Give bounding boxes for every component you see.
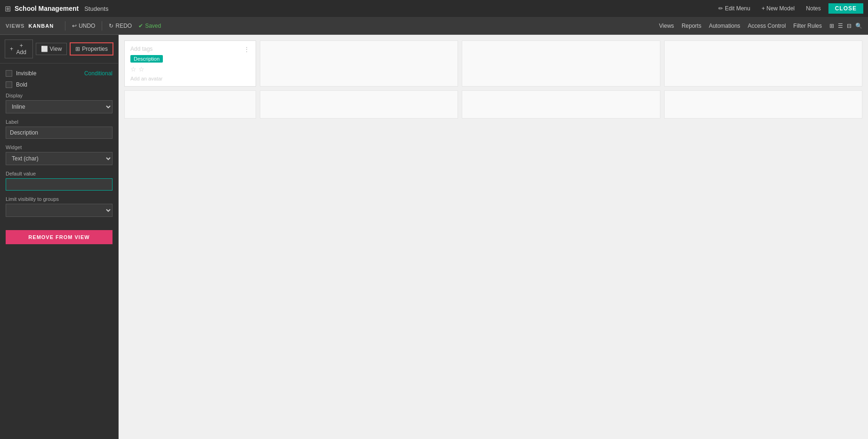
reports-nav-item[interactable]: Reports <box>682 23 701 29</box>
properties-button[interactable]: ⊞ Properties <box>70 42 113 56</box>
widget-section: Widget Text (char) Text Area Integer <box>6 144 113 165</box>
kanban-row-2 <box>124 90 862 119</box>
saved-status: ✔ Saved <box>138 23 161 29</box>
redo-icon: ↻ <box>109 23 113 29</box>
kanban-label: KANBAN <box>28 23 54 29</box>
sidebar-top-buttons: + + Add ⬜ View ⊞ Properties <box>0 35 118 64</box>
widget-select[interactable]: Text (char) Text Area Integer <box>6 152 113 165</box>
search-icon[interactable]: 🔍 <box>855 23 862 29</box>
main-layout: + + Add ⬜ View ⊞ Properties Invisible Co… <box>0 35 868 439</box>
list-view-icon[interactable]: ☰ <box>838 23 843 29</box>
properties-panel: Invisible Conditional Bold Display Inlin… <box>0 64 118 439</box>
add-button[interactable]: + + Add <box>5 40 33 58</box>
toolbar-separator <box>65 21 65 31</box>
kanban-card-empty-3 <box>462 90 660 119</box>
top-navigation: ⊞ School Management Students ✏ Edit Menu… <box>0 0 868 17</box>
redo-button[interactable]: ↻ REDO <box>106 21 135 31</box>
kanban-column-4-top <box>664 40 862 87</box>
invisible-label: Invisible <box>16 70 36 77</box>
close-button[interactable]: CLOSE <box>828 3 863 14</box>
model-name: Students <box>84 5 108 12</box>
views-nav-item[interactable]: Views <box>659 23 674 29</box>
display-label: Display <box>6 93 113 98</box>
star-rating[interactable]: ☆ ☆ <box>130 65 250 73</box>
display-section: Display Inline Block None <box>6 93 113 113</box>
bold-checkbox[interactable] <box>6 81 12 88</box>
undo-button[interactable]: ↩ UNDO <box>69 21 98 31</box>
view-icon: ⬜ <box>41 46 48 52</box>
filter-rules-nav-item[interactable]: Filter Rules <box>793 23 822 29</box>
views-label: VIEWS <box>6 23 24 29</box>
app-title: School Management <box>15 5 79 12</box>
kanban-column-2-top <box>260 40 458 87</box>
grid-view-icon[interactable]: ⊞ <box>829 23 834 29</box>
visibility-select[interactable] <box>6 204 113 217</box>
toolbar: VIEWS KANBAN ↩ UNDO ↻ REDO ✔ Saved Views… <box>0 17 868 35</box>
remove-from-view-button[interactable]: REMOVE FROM VIEW <box>6 230 113 244</box>
kanban-row-1: ⋮ Add tags Description ☆ ☆ Add an avatar <box>124 40 862 87</box>
kanban-view-icon[interactable]: ⊟ <box>847 23 852 29</box>
label-section-title: Label <box>6 119 113 125</box>
kanban-card-empty-4 <box>664 90 862 119</box>
app-grid-icon: ⊞ <box>5 4 11 13</box>
invisible-row: Invisible Conditional <box>6 70 113 77</box>
visibility-section: Limit visibility to groups <box>6 196 113 217</box>
edit-menu-button[interactable]: ✏ Edit Menu <box>718 5 750 12</box>
default-value-section: Default value <box>6 171 113 191</box>
default-value-input[interactable] <box>6 178 113 191</box>
access-control-nav-item[interactable]: Access Control <box>748 23 786 29</box>
plus-icon: + <box>10 46 13 52</box>
toolbar-separator2 <box>102 21 102 31</box>
view-button[interactable]: ⬜ View <box>36 43 67 55</box>
label-input[interactable] <box>6 127 113 139</box>
undo-icon: ↩ <box>72 23 77 29</box>
kanban-card-empty-1 <box>124 90 256 119</box>
conditional-link[interactable]: Conditional <box>84 70 113 77</box>
display-select[interactable]: Inline Block None <box>6 100 113 113</box>
new-model-button[interactable]: + New Model <box>762 5 795 12</box>
notes-button[interactable]: Notes <box>806 5 820 12</box>
bold-label: Bold <box>16 81 27 88</box>
check-icon: ✔ <box>138 23 143 29</box>
widget-label: Widget <box>6 144 113 150</box>
label-section: Label <box>6 119 113 139</box>
pencil-icon: ✏ <box>718 5 723 12</box>
kanban-card-1: ⋮ Add tags Description ☆ ☆ Add an avatar <box>124 40 256 87</box>
bold-row: Bold <box>6 81 113 88</box>
default-value-label: Default value <box>6 171 113 176</box>
add-avatar[interactable]: Add an avatar <box>130 76 250 81</box>
visibility-label: Limit visibility to groups <box>6 196 113 202</box>
description-tag: Description <box>130 55 163 63</box>
right-toolbar: Views Reports Automations Access Control… <box>659 23 862 29</box>
sidebar: + + Add ⬜ View ⊞ Properties Invisible Co… <box>0 35 119 439</box>
invisible-checkbox[interactable] <box>6 70 12 77</box>
kanban-column-3-top <box>462 40 660 87</box>
kanban-canvas: ⋮ Add tags Description ☆ ☆ Add an avatar <box>119 35 868 439</box>
card-menu-dots[interactable]: ⋮ <box>243 46 250 53</box>
add-tags[interactable]: Add tags <box>130 46 250 52</box>
properties-icon: ⊞ <box>75 46 80 52</box>
kanban-card-empty-2 <box>260 90 458 119</box>
view-type-icons: ⊞ ☰ ⊟ 🔍 <box>829 23 862 29</box>
automations-nav-item[interactable]: Automations <box>709 23 740 29</box>
